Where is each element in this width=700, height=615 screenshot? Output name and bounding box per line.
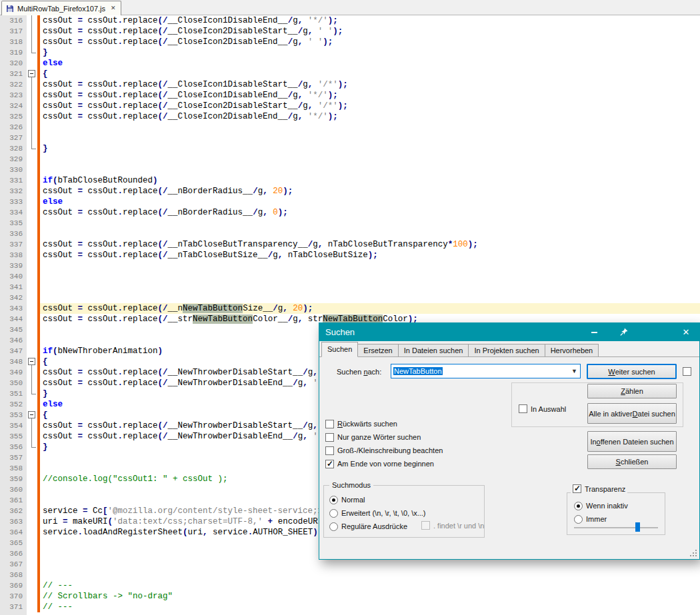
chevron-down-icon[interactable]: ▼ xyxy=(569,364,580,378)
code-text[interactable]: } xyxy=(40,47,700,58)
checkbox-box[interactable] xyxy=(325,420,334,428)
code-text[interactable]: // --- xyxy=(40,580,700,591)
minimize-icon[interactable] xyxy=(591,332,597,333)
close-button[interactable]: Schließen xyxy=(587,454,677,469)
code-text[interactable]: cssOut = cssOut.replace(/__CloseIcon2Dis… xyxy=(40,37,700,47)
fold-marker[interactable] xyxy=(27,356,37,367)
close-icon[interactable]: ✕ xyxy=(679,323,693,341)
code-text[interactable]: cssOut = cssOut.replace(/__nBorderRadius… xyxy=(40,207,700,218)
line-number: 364 xyxy=(0,527,27,538)
code-text[interactable] xyxy=(40,165,700,175)
resize-grip[interactable] xyxy=(690,550,697,556)
code-text[interactable]: cssOut = cssOut.replace(/__nBorderRadius… xyxy=(40,186,700,197)
code-text[interactable]: cssOut = cssOut.replace(/__nTabCloseButT… xyxy=(40,239,700,250)
radio-option[interactable]: Reguläre Ausdrücke xyxy=(329,520,426,533)
transparency-slider[interactable] xyxy=(574,522,658,532)
code-text[interactable] xyxy=(40,271,700,282)
code-text[interactable]: cssOut = cssOut.replace(/__nTabCloseButS… xyxy=(40,250,700,261)
in-selection-option[interactable]: In Auswahl xyxy=(519,404,566,413)
pin-icon[interactable] xyxy=(619,327,629,336)
code-text[interactable]: { xyxy=(40,69,700,79)
code-text[interactable] xyxy=(40,261,700,271)
line-number: 333 xyxy=(0,197,27,207)
find-all-current-button[interactable]: Alle in aktiver Datei suchen xyxy=(587,403,677,424)
find-option[interactable]: Nur ganze Wörter suchen xyxy=(325,430,443,444)
find-next-button[interactable]: Weiter suchen xyxy=(587,364,677,379)
code-line: 330 xyxy=(0,165,700,175)
code-text[interactable]: // --- xyxy=(40,602,700,612)
find-option[interactable]: Am Ende von vorne beginnen xyxy=(325,457,443,470)
fold-marker[interactable] xyxy=(27,410,37,420)
code-text[interactable] xyxy=(40,154,700,165)
line-number: 335 xyxy=(0,218,27,229)
find-input[interactable]: NewTabButton ▼ xyxy=(391,364,581,378)
fold-margin xyxy=(27,303,37,314)
checkbox-box[interactable] xyxy=(325,446,334,455)
code-text[interactable] xyxy=(40,293,700,303)
transparency-checkbox[interactable] xyxy=(573,484,581,493)
dialog-tab-in-projekten-suchen[interactable]: In Projekten suchen xyxy=(468,344,545,357)
slider-handle[interactable] xyxy=(635,522,640,532)
dialog-tab-in-dateien-suchen[interactable]: In Dateien suchen xyxy=(398,344,469,357)
line-number: 354 xyxy=(0,420,27,431)
checkbox-box[interactable] xyxy=(325,460,334,468)
fold-margin xyxy=(27,548,37,559)
editor-tab[interactable]: MultiRowTab_Firefox107.js ✕ xyxy=(1,1,121,15)
dialog-title: Suchen xyxy=(325,323,355,341)
code-text[interactable] xyxy=(40,229,700,239)
code-text[interactable] xyxy=(40,133,700,143)
code-text[interactable]: cssOut = cssOut.replace(/__nNewTabButton… xyxy=(40,303,700,314)
radio-button[interactable] xyxy=(329,509,338,518)
fold-marker[interactable] xyxy=(27,69,37,79)
fold-margin xyxy=(27,570,37,580)
code-text[interactable]: cssOut = cssOut.replace(/__CloseIcon2Dis… xyxy=(40,111,700,122)
code-text[interactable]: else xyxy=(40,197,700,207)
code-line: 325cssOut = cssOut.replace(/__CloseIcon2… xyxy=(0,111,700,122)
code-line: 338cssOut = cssOut.replace(/__nTabCloseB… xyxy=(0,250,700,261)
radio-option[interactable]: Wenn inaktiv xyxy=(574,499,628,512)
find-input-text[interactable]: NewTabButton xyxy=(391,367,569,375)
radio-button[interactable] xyxy=(574,502,583,510)
code-text[interactable]: cssOut = cssOut.replace(/__CloseIcon1Dis… xyxy=(40,79,700,90)
dialog-tab-suchen[interactable]: Suchen xyxy=(321,342,358,357)
line-number: 344 xyxy=(0,314,27,324)
code-text[interactable]: if(bTabCloseButRounded) xyxy=(40,175,700,186)
code-text[interactable]: else xyxy=(40,58,700,69)
find-all-open-button[interactable]: In offenen Dateien suchen xyxy=(587,431,677,452)
code-text[interactable]: cssOut = cssOut.replace(/__CloseIcon2Dis… xyxy=(40,26,700,37)
tab-close-icon[interactable]: ✕ xyxy=(111,5,116,11)
radio-option[interactable]: Erweitert (\n, \r, \t, \0, \x...) xyxy=(329,506,426,520)
find-option[interactable]: Groß-/Kleinschreibung beachten xyxy=(325,444,443,457)
two-buttons-mode-checkbox[interactable] xyxy=(683,367,691,376)
line-number: 334 xyxy=(0,207,27,218)
radio-button[interactable] xyxy=(329,522,338,531)
fold-margin xyxy=(27,58,37,69)
dialog-tab-hervorheben[interactable]: Hervorheben xyxy=(545,344,599,357)
code-text[interactable] xyxy=(40,570,700,580)
code-text[interactable] xyxy=(40,122,700,133)
line-number: 331 xyxy=(0,175,27,186)
fold-margin xyxy=(27,79,37,90)
editor-tab-title: MultiRowTab_Firefox107.js xyxy=(17,5,105,13)
fold-margin xyxy=(27,47,37,58)
radio-option[interactable]: Normal xyxy=(329,493,426,506)
fold-margin xyxy=(27,175,37,186)
dialog-titlebar[interactable]: Suchen ✕ xyxy=(319,323,699,341)
code-text[interactable]: cssOut = cssOut.replace(/__CloseIcon2Dis… xyxy=(40,101,700,111)
line-number: 327 xyxy=(0,133,27,143)
code-text[interactable]: cssOut = cssOut.replace(/__CloseIcon1Dis… xyxy=(40,15,700,26)
code-text[interactable] xyxy=(40,282,700,293)
line-number: 345 xyxy=(0,324,27,335)
transparency-option[interactable]: Transparenz xyxy=(571,484,627,493)
find-option[interactable]: Rückwärts suchen xyxy=(325,417,443,430)
in-selection-checkbox[interactable] xyxy=(519,404,527,413)
code-text[interactable] xyxy=(40,559,700,570)
dialog-tab-ersetzen[interactable]: Ersetzen xyxy=(357,344,398,357)
code-text[interactable] xyxy=(40,218,700,229)
code-text[interactable]: // Scrollbars -> "no-drag" xyxy=(40,591,700,602)
count-button[interactable]: Zählen xyxy=(587,384,677,398)
code-text[interactable]: } xyxy=(40,143,700,154)
checkbox-box[interactable] xyxy=(325,433,334,442)
radio-button[interactable] xyxy=(329,496,338,504)
code-text[interactable]: cssOut = cssOut.replace(/__CloseIcon1Dis… xyxy=(40,90,700,101)
